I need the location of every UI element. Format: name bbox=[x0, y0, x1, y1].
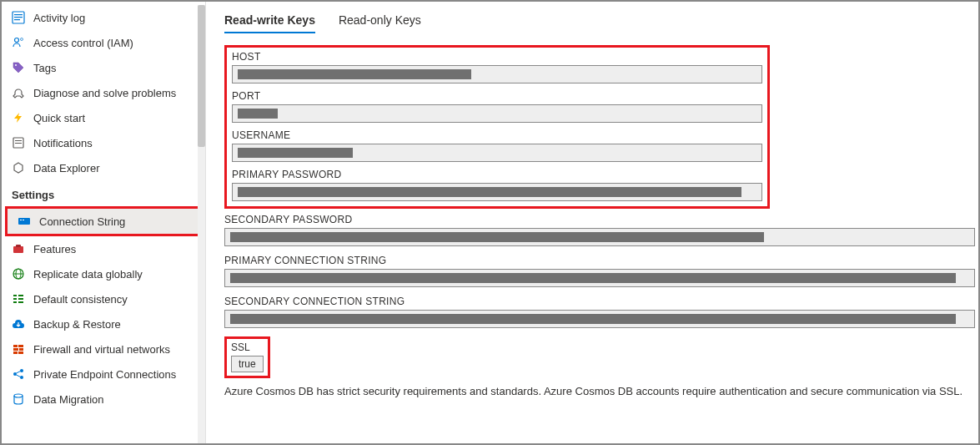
svg-rect-10 bbox=[18, 218, 30, 225]
sidebar: Activity log Access control (IAM) Tags D… bbox=[2, 2, 206, 443]
svg-rect-11 bbox=[20, 220, 22, 220]
diagnose-icon bbox=[12, 86, 25, 99]
svg-line-34 bbox=[17, 375, 21, 377]
sidebar-item-label: Private Endpoint Connections bbox=[33, 368, 176, 381]
primary-conn-label: PRIMARY CONNECTION STRING bbox=[224, 255, 975, 266]
svg-rect-9 bbox=[15, 143, 22, 144]
sidebar-item-label: Default consistency bbox=[33, 293, 128, 306]
primary-password-label: PRIMARY PASSWORD bbox=[232, 169, 762, 180]
highlight-ssl: SSL true bbox=[224, 336, 270, 378]
globe-icon bbox=[12, 267, 25, 281]
svg-rect-19 bbox=[13, 298, 17, 300]
sidebar-item-backup[interactable]: Backup & Restore bbox=[2, 311, 205, 336]
sidebar-item-label: Firewall and virtual networks bbox=[33, 343, 170, 356]
features-icon bbox=[12, 242, 25, 255]
consistency-icon bbox=[12, 292, 25, 306]
svg-rect-26 bbox=[13, 348, 18, 351]
svg-rect-3 bbox=[14, 19, 20, 20]
username-input[interactable] bbox=[232, 144, 762, 162]
sidebar-item-migration[interactable]: Data Migration bbox=[2, 387, 205, 412]
svg-rect-25 bbox=[18, 345, 23, 347]
host-input[interactable] bbox=[232, 65, 762, 83]
svg-rect-24 bbox=[13, 345, 18, 347]
secondary-password-redacted bbox=[230, 232, 764, 242]
data-explorer-icon bbox=[12, 161, 25, 174]
svg-point-35 bbox=[14, 394, 23, 397]
primary-conn-input[interactable] bbox=[224, 269, 975, 287]
secondary-password-input[interactable] bbox=[224, 228, 975, 246]
svg-rect-21 bbox=[18, 295, 23, 296]
svg-rect-27 bbox=[19, 348, 23, 351]
ssl-input[interactable]: true bbox=[231, 356, 264, 372]
sidebar-item-label: Diagnose and solve problems bbox=[33, 87, 176, 99]
svg-rect-29 bbox=[18, 351, 23, 354]
keys-tabs: Read-write Keys Read-only Keys bbox=[224, 13, 978, 33]
sidebar-item-quickstart[interactable]: Quick start bbox=[2, 105, 205, 130]
port-redacted bbox=[238, 109, 278, 119]
sidebar-item-consistency[interactable]: Default consistency bbox=[2, 286, 205, 311]
notifications-icon bbox=[12, 136, 25, 149]
sidebar-item-endpoint[interactable]: Private Endpoint Connections bbox=[2, 362, 205, 387]
sidebar-item-label: Connection String bbox=[39, 215, 125, 228]
svg-point-5 bbox=[21, 38, 23, 41]
footer-note: Azure Cosmos DB has strict security requ… bbox=[224, 385, 978, 397]
host-label: HOST bbox=[232, 51, 762, 63]
svg-point-31 bbox=[20, 369, 23, 372]
secondary-conn-label: SECONDARY CONNECTION STRING bbox=[224, 296, 975, 307]
firewall-icon bbox=[12, 342, 25, 356]
sidebar-item-diagnose[interactable]: Diagnose and solve problems bbox=[2, 80, 205, 105]
sidebar-item-data-explorer[interactable]: Data Explorer bbox=[2, 155, 205, 180]
svg-point-32 bbox=[20, 376, 23, 379]
sidebar-item-firewall[interactable]: Firewall and virtual networks bbox=[2, 336, 205, 362]
quickstart-icon bbox=[12, 111, 25, 124]
sidebar-item-replicate[interactable]: Replicate data globally bbox=[2, 261, 205, 286]
svg-rect-8 bbox=[15, 140, 22, 141]
sidebar-scrollbar-thumb[interactable] bbox=[198, 5, 205, 147]
username-redacted bbox=[238, 148, 353, 158]
tab-read-only-keys[interactable]: Read-only Keys bbox=[339, 13, 421, 33]
primary-password-redacted bbox=[238, 187, 741, 197]
sidebar-item-features[interactable]: Features bbox=[2, 236, 205, 261]
primary-conn-redacted bbox=[230, 273, 956, 283]
svg-rect-23 bbox=[18, 301, 23, 303]
host-redacted bbox=[238, 69, 471, 79]
secondary-conn-input[interactable] bbox=[224, 310, 975, 328]
svg-rect-1 bbox=[14, 14, 23, 15]
username-label: USERNAME bbox=[232, 129, 762, 141]
svg-rect-20 bbox=[13, 301, 17, 303]
sidebar-item-label: Activity log bbox=[33, 12, 85, 24]
svg-rect-2 bbox=[14, 17, 23, 18]
main-panel: Read-write Keys Read-only Keys HOST PORT… bbox=[206, 2, 978, 443]
activity-log-icon bbox=[12, 11, 25, 24]
sidebar-item-label: Features bbox=[33, 243, 76, 255]
svg-rect-22 bbox=[18, 298, 23, 300]
access-control-icon bbox=[12, 36, 25, 49]
migration-icon bbox=[12, 392, 25, 406]
sidebar-item-label: Data Explorer bbox=[33, 162, 99, 174]
tag-icon bbox=[12, 61, 25, 74]
sidebar-item-label: Access control (IAM) bbox=[33, 37, 133, 49]
sidebar-item-label: Replicate data globally bbox=[33, 268, 143, 281]
sidebar-item-notifications[interactable]: Notifications bbox=[2, 130, 205, 155]
port-label: PORT bbox=[232, 90, 762, 102]
sidebar-item-activity-log[interactable]: Activity log bbox=[2, 5, 205, 30]
tab-read-write-keys[interactable]: Read-write Keys bbox=[224, 13, 315, 33]
sidebar-item-tags[interactable]: Tags bbox=[2, 55, 205, 80]
sidebar-item-label: Backup & Restore bbox=[33, 318, 121, 331]
settings-header: Settings bbox=[2, 180, 205, 206]
sidebar-item-label: Quick start bbox=[33, 112, 85, 124]
svg-rect-13 bbox=[13, 246, 23, 253]
ssl-label: SSL bbox=[231, 341, 264, 353]
backup-icon bbox=[12, 317, 25, 331]
sidebar-item-label: Data Migration bbox=[33, 393, 104, 406]
highlight-connection-string: Connection String bbox=[5, 206, 202, 236]
connection-string-icon bbox=[18, 215, 31, 228]
svg-rect-28 bbox=[13, 351, 18, 354]
sidebar-item-connection-string[interactable]: Connection String bbox=[8, 209, 199, 234]
sidebar-item-access-control[interactable]: Access control (IAM) bbox=[2, 30, 205, 55]
primary-password-input[interactable] bbox=[232, 183, 762, 201]
port-input[interactable] bbox=[232, 104, 762, 123]
sidebar-item-label: Tags bbox=[33, 62, 56, 74]
svg-rect-18 bbox=[13, 295, 17, 296]
svg-line-33 bbox=[17, 372, 21, 374]
